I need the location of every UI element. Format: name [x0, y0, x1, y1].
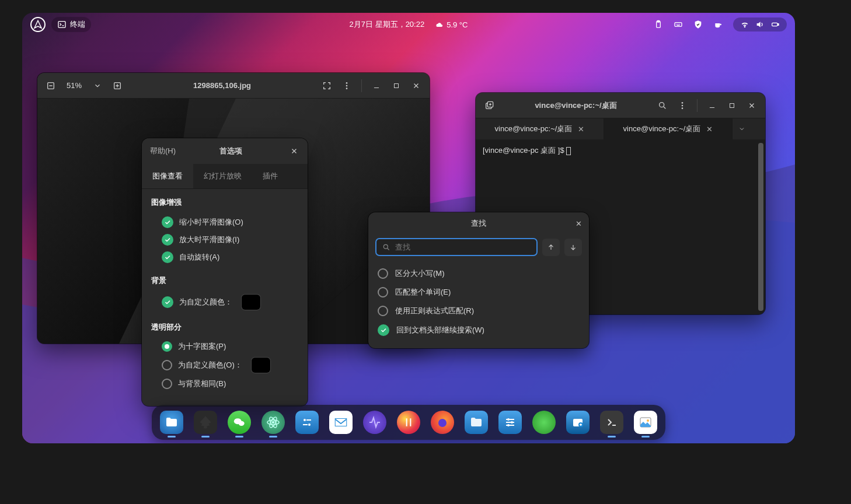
label-custom-bg-color: 为自定义颜色： — [179, 297, 232, 307]
check-smooth-shrink[interactable] — [162, 216, 173, 228]
close-button[interactable] — [407, 77, 425, 94]
dock-terminal[interactable] — [600, 411, 623, 434]
maximize-button[interactable] — [388, 77, 405, 94]
menu-button[interactable] — [338, 77, 355, 94]
svg-rect-7 — [676, 25, 679, 26]
weather-icon — [434, 20, 443, 29]
radio-custom-color[interactable] — [162, 360, 172, 370]
check-whole-word[interactable] — [378, 287, 388, 298]
svg-point-5 — [678, 24, 678, 24]
search-input[interactable] — [395, 243, 531, 251]
dock-inkscape[interactable] — [194, 411, 217, 434]
fullscreen-button[interactable] — [318, 77, 336, 94]
bg-color-swatch[interactable] — [242, 295, 260, 310]
check-autorotate[interactable] — [162, 251, 173, 263]
sidebar-toggle-button[interactable] — [42, 77, 60, 94]
system-menu[interactable] — [733, 18, 787, 32]
scrollbar[interactable] — [758, 143, 763, 311]
keyboard-icon[interactable] — [674, 20, 683, 29]
clipboard-icon[interactable] — [654, 20, 663, 29]
check-regex[interactable] — [378, 306, 388, 316]
weather[interactable]: 5.9 °C — [434, 20, 468, 29]
volume-icon — [755, 20, 765, 29]
close-button[interactable]: ✕ — [576, 219, 582, 228]
svg-point-58 — [507, 418, 510, 421]
datetime[interactable]: 2月7日 星期五，20:22 — [350, 19, 425, 30]
svg-point-42 — [383, 244, 388, 249]
terminal-tabs: vince@vince-pc:~/桌面✕ vince@vince-pc:~/桌面… — [476, 118, 765, 139]
terminal-title: vince@vince-pc:~/桌面 — [498, 100, 654, 111]
zoom-menu-button[interactable] — [89, 77, 106, 94]
svg-point-59 — [511, 421, 513, 424]
prefs-tabs: 图像查看 幻灯片放映 插件 — [142, 164, 308, 189]
caffeine-icon[interactable] — [713, 20, 723, 29]
check-custom-bg-color[interactable] — [162, 296, 173, 308]
svg-point-35 — [682, 102, 683, 104]
dock-gravit[interactable] — [397, 411, 420, 434]
dock-atom[interactable] — [261, 411, 285, 434]
radio-same-bg[interactable] — [162, 379, 172, 389]
menu-button[interactable] — [674, 97, 691, 114]
current-app-label: 终端 — [70, 19, 85, 30]
svg-line-34 — [664, 107, 665, 108]
svg-line-43 — [388, 248, 389, 250]
help-menu[interactable]: 帮助(H) — [147, 146, 176, 156]
dock-settings[interactable] — [295, 411, 319, 434]
dock-mail[interactable] — [329, 411, 353, 434]
check-match-case[interactable] — [378, 268, 388, 279]
current-app-indicator[interactable]: 终端 — [51, 17, 91, 32]
tab-close-icon[interactable]: ✕ — [706, 125, 713, 134]
section-background: 背景 — [151, 275, 298, 286]
minimize-button[interactable] — [703, 97, 721, 114]
dock-tweaks[interactable] — [498, 411, 522, 434]
close-button[interactable] — [743, 97, 761, 114]
trans-color-swatch[interactable] — [252, 358, 270, 373]
add-button[interactable] — [109, 77, 126, 94]
label-autorotate: 自动旋转(A) — [179, 252, 219, 262]
new-tab-button[interactable] — [480, 97, 498, 114]
section-transparent: 透明部分 — [151, 322, 298, 332]
tab-slideshow[interactable]: 幻灯片放映 — [193, 164, 252, 188]
tab-overflow-button[interactable] — [733, 118, 751, 139]
prev-match-button[interactable] — [542, 239, 560, 256]
dock-activity[interactable] — [363, 411, 386, 434]
close-button[interactable] — [285, 142, 303, 160]
tab-close-icon[interactable]: ✕ — [578, 125, 584, 134]
wifi-icon — [740, 20, 749, 29]
label-match-case: 区分大小写(M) — [395, 268, 445, 279]
check-smooth-expand[interactable] — [162, 234, 173, 246]
zoom-level[interactable]: 51% — [62, 77, 86, 94]
check-wrap-around[interactable] — [378, 324, 389, 336]
topbar: 终端 2月7日 星期五，20:22 5.9 °C — [22, 13, 795, 36]
svg-rect-3 — [675, 23, 682, 27]
tab-image-view[interactable]: 图像查看 — [142, 164, 193, 188]
svg-point-15 — [346, 82, 348, 84]
tab-plugins[interactable]: 插件 — [252, 164, 288, 188]
dock-firefox[interactable] — [431, 411, 454, 434]
next-match-button[interactable] — [564, 239, 582, 256]
svg-point-45 — [239, 421, 245, 426]
svg-point-52 — [308, 424, 311, 426]
search-popover: 查找 ✕ 区分大小写(M) 匹配整个单词(E) 使用正则表达式匹配(R) 回到文… — [368, 212, 589, 348]
dock-screenshot[interactable] — [566, 411, 590, 434]
terminal-icon — [57, 20, 67, 29]
radio-check-pattern[interactable] — [162, 341, 172, 352]
shield-icon[interactable] — [693, 20, 703, 29]
label-smooth-expand: 放大时平滑图像(I) — [179, 235, 239, 245]
activities-logo[interactable] — [30, 17, 46, 32]
dock-file-manager[interactable] — [465, 411, 488, 434]
label-same-bg: 与背景相同(B) — [178, 379, 226, 389]
dock-wechat[interactable] — [228, 411, 251, 434]
dock-files[interactable] — [160, 411, 183, 434]
svg-point-17 — [346, 88, 348, 89]
terminal-tab-1[interactable]: vince@vince-pc:~/桌面✕ — [476, 118, 604, 139]
terminal-tab-2[interactable]: vince@vince-pc:~/桌面✕ — [604, 118, 733, 139]
minimize-button[interactable] — [368, 77, 385, 94]
svg-point-6 — [679, 24, 679, 24]
dock-image-viewer[interactable] — [634, 411, 657, 434]
search-input-wrapper — [375, 238, 538, 256]
maximize-button[interactable] — [723, 97, 741, 114]
dock-downloads[interactable] — [532, 411, 556, 434]
search-title: 查找 — [471, 218, 486, 229]
search-button[interactable] — [654, 97, 671, 114]
